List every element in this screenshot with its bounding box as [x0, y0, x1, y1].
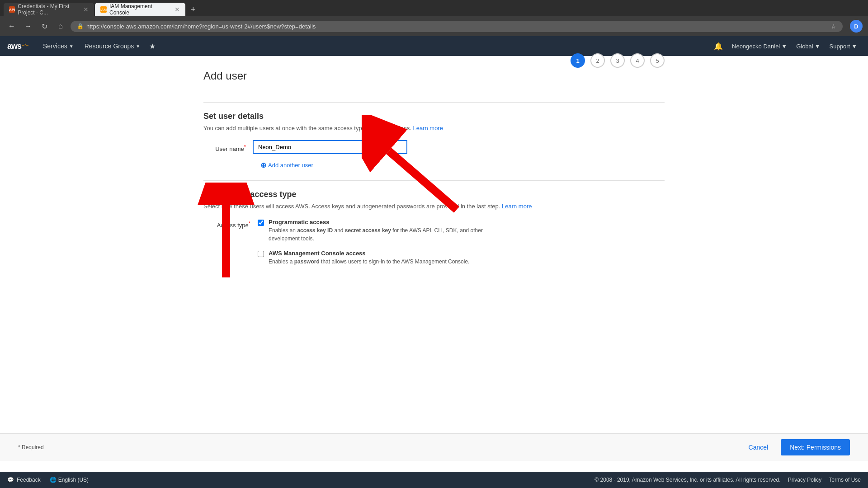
region-menu[interactable]: Global ▼ [793, 43, 824, 50]
access-type-learn-more-link[interactable]: Learn more [502, 203, 532, 210]
step-5: 5 [650, 53, 665, 68]
set-user-details-section: Set user details You can add multiple us… [203, 102, 665, 169]
browser-chrome: API Credentials - My First Project - C..… [0, 0, 868, 36]
credentials-tab-close[interactable]: ✕ [83, 6, 89, 13]
console-access-checkbox[interactable] [258, 251, 264, 257]
services-nav[interactable]: Services ▼ [38, 36, 79, 56]
services-chevron: ▼ [69, 44, 74, 49]
language-selector[interactable]: 🌐 English (US) [50, 477, 89, 483]
region-chevron-icon: ▼ [815, 43, 821, 50]
add-plus-icon: ⊕ [260, 161, 266, 169]
notifications-bell-icon[interactable]: 🔔 [710, 42, 726, 51]
resource-groups-nav[interactable]: Resource Groups ▼ [79, 36, 146, 56]
support-menu[interactable]: Support ▼ [826, 43, 861, 50]
access-type-row: Access type* Programmatic access Enables… [203, 219, 665, 266]
browser-nav: ← → ↻ ⌂ 🔒 https://console.aws.amazon.com… [0, 16, 868, 36]
access-type-desc: Select how these users will access AWS. … [203, 203, 665, 210]
next-permissions-button[interactable]: Next: Permissions [781, 439, 850, 455]
feedback-button[interactable]: 💬 Feedback [7, 477, 41, 483]
user-menu[interactable]: Neongecko Daniel ▼ [728, 43, 791, 50]
lock-icon: 🔒 [77, 23, 84, 29]
resource-groups-chevron: ▼ [136, 44, 140, 49]
url-text: https://console.aws.amazon.com/iam/home?… [86, 23, 316, 30]
step-2: 2 [590, 53, 605, 68]
home-button[interactable]: ⌂ [54, 20, 67, 33]
set-user-details-desc: You can add multiple users at once with … [203, 125, 665, 131]
step-1: 1 [571, 53, 585, 68]
credentials-favicon: API [9, 6, 15, 13]
console-access-text: AWS Management Console access Enables a … [269, 250, 469, 266]
chat-icon: 💬 [7, 477, 14, 483]
console-access-desc: Enables a password that allows users to … [269, 258, 469, 266]
programmatic-access-checkbox[interactable] [258, 220, 264, 226]
set-user-details-learn-more-link[interactable]: Learn more [413, 125, 443, 131]
username-label: User name* [203, 141, 253, 152]
step-4: 4 [630, 53, 645, 68]
bookmark-icon[interactable]: ☆ [831, 23, 836, 30]
forward-button[interactable]: → [22, 20, 34, 33]
footer: 💬 Feedback 🌐 English (US) © 2008 - 2019,… [0, 472, 868, 488]
user-avatar: D [850, 20, 863, 33]
required-text: * Required [18, 444, 44, 450]
console-access-title: AWS Management Console access [269, 250, 469, 257]
add-another-user-link[interactable]: ⊕ Add another user [260, 161, 665, 169]
terms-of-use-link[interactable]: Terms of Use [829, 477, 861, 483]
programmatic-access-title: Programmatic access [269, 219, 495, 225]
user-chevron-icon: ▼ [781, 43, 787, 50]
username-form-row: User name* [203, 141, 665, 154]
console-access-option: AWS Management Console access Enables a … [258, 250, 495, 266]
browser-tabs: API Credentials - My First Project - C..… [0, 0, 868, 16]
aws-smile-icon: ⎯⫰⎯ [22, 42, 28, 46]
access-type-label: Access type* [203, 219, 258, 229]
select-access-type-section: Select AWS access type Select how these … [203, 180, 665, 266]
iam-tab[interactable]: IAM IAM Management Console ✕ [95, 3, 185, 16]
favorites-star-icon[interactable]: ★ [146, 42, 159, 51]
privacy-policy-link[interactable]: Privacy Policy [788, 477, 822, 483]
page-title: Add user [203, 70, 247, 82]
username-input[interactable] [253, 141, 407, 154]
step-3: 3 [610, 53, 625, 68]
programmatic-access-text: Programmatic access Enables an access ke… [269, 219, 495, 243]
aws-logo-text: aws [7, 42, 21, 51]
programmatic-access-desc: Enables an access key ID and secret acce… [269, 226, 495, 243]
address-bar[interactable]: 🔒 https://console.aws.amazon.com/iam/hom… [71, 21, 843, 32]
programmatic-access-option: Programmatic access Enables an access ke… [258, 219, 495, 243]
credentials-tab-label: Credentials - My First Project - C... [18, 3, 80, 16]
globe-icon: 🌐 [50, 477, 57, 483]
access-options: Programmatic access Enables an access ke… [258, 219, 495, 266]
iam-favicon: IAM [100, 6, 107, 13]
bottom-actions: Cancel Next: Permissions [741, 439, 850, 455]
back-button[interactable]: ← [5, 20, 18, 33]
access-type-title: Select AWS access type [203, 190, 665, 199]
bottom-required-bar: * Required Cancel Next: Permissions [0, 433, 868, 461]
iam-tab-close[interactable]: ✕ [175, 6, 180, 13]
copyright-text: © 2008 - 2019, Amazon Web Services, Inc.… [594, 477, 780, 483]
step-indicators: 1 2 3 4 5 [571, 53, 665, 68]
support-chevron-icon: ▼ [851, 43, 857, 50]
iam-tab-label: IAM Management Console [109, 3, 171, 16]
main-content: Add user 1 2 3 4 5 Set u [185, 56, 683, 279]
set-user-details-title: Set user details [203, 112, 665, 121]
new-tab-button[interactable]: + [188, 5, 198, 14]
credentials-tab[interactable]: API Credentials - My First Project - C..… [4, 3, 94, 16]
aws-header: aws ⎯⫰⎯ Services ▼ Resource Groups ▼ ★ 🔔… [0, 36, 868, 56]
cancel-button[interactable]: Cancel [741, 440, 776, 455]
aws-logo[interactable]: aws ⎯⫰⎯ [7, 42, 28, 51]
refresh-button[interactable]: ↻ [38, 20, 51, 33]
